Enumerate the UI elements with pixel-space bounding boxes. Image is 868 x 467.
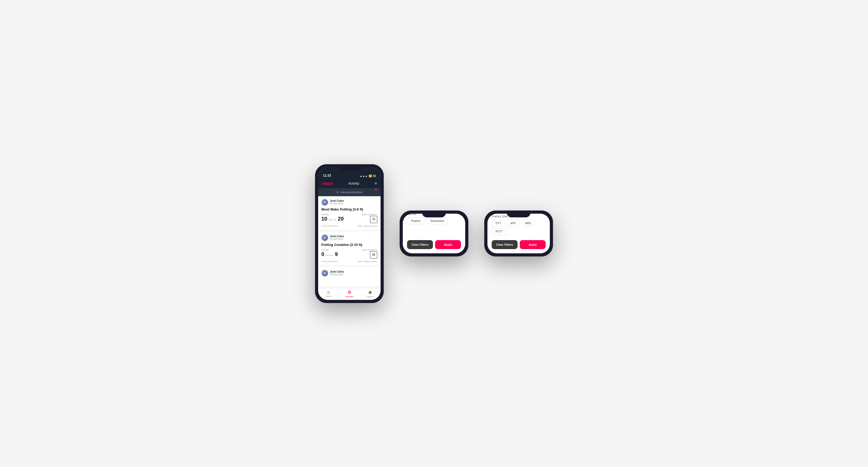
footer-data-2: Data: Clippd Capture bbox=[358, 260, 377, 262]
home-icon: ⌂ bbox=[328, 290, 330, 294]
footer-info-text-2: Test Information bbox=[323, 260, 338, 262]
scene: 11:33 ▲▲▲ 🛜 53 clippd Activity ≡ ⚙ Viewi… bbox=[299, 148, 569, 319]
score-label-1: Score bbox=[321, 213, 344, 216]
tab-home[interactable]: ⌂ Home bbox=[318, 290, 339, 298]
activity-title-1: Must Make Putting (3-6 ft) bbox=[321, 207, 377, 211]
nav-bar-1: clippd Activity ≡ bbox=[318, 179, 380, 188]
avatar-3: JC bbox=[321, 270, 328, 277]
activities-icon: ♻ bbox=[347, 290, 351, 295]
capture-icon: ⊕ bbox=[368, 290, 372, 295]
viewing-text-1: Viewing Activities bbox=[340, 191, 362, 194]
out-of-1: OUT OF bbox=[329, 219, 336, 221]
footer-info-text-1: Test Information bbox=[323, 225, 338, 227]
shots-value-2: 9 bbox=[335, 251, 338, 257]
phone-3-screen: 11:33 53 clippd Activity ≡ ⚙ Viewing Act… bbox=[488, 214, 550, 253]
filter-actions-3: Clear Filters Apply bbox=[492, 240, 546, 249]
more-btn-1[interactable]: ··· bbox=[374, 200, 377, 204]
info-icon-1: ℹ bbox=[321, 225, 322, 227]
footer-data-1: Data: Clippd Capture bbox=[358, 225, 377, 227]
battery-icon: 53 bbox=[373, 175, 376, 178]
wifi-icon: 🛜 bbox=[369, 175, 372, 178]
modal-overlay-2: Filter ✕ Show Rounds Practice Drills Rou… bbox=[403, 214, 465, 253]
more-btn-2[interactable]: ··· bbox=[374, 236, 377, 240]
notch-1 bbox=[338, 164, 361, 171]
avatar-2: JC bbox=[321, 234, 328, 241]
shot-quality-badge-2: 45 bbox=[370, 251, 377, 259]
activity-card-3[interactable]: JC Josh Coles 28 Feb 2023 ··· bbox=[318, 267, 380, 286]
phone-2: 11:33 53 clippd Activity ≡ ⚙ Viewing Act… bbox=[400, 211, 468, 256]
apply-button-3[interactable]: Apply bbox=[520, 240, 546, 249]
user-date-1: 28 Feb 2023 bbox=[330, 202, 344, 205]
chip-putt-3[interactable]: PUTT bbox=[492, 228, 506, 235]
rounds-chips-2: Practice Tournament bbox=[407, 218, 461, 224]
sq-label-2: Shot Quality bbox=[362, 249, 377, 251]
notification-dot-1 bbox=[375, 188, 377, 190]
activity-feed-1: JC Josh Coles 28 Feb 2023 ··· Must Make … bbox=[318, 196, 380, 288]
phone-2-screen: 11:33 53 clippd Activity ≡ ⚙ Viewing Act… bbox=[403, 214, 465, 253]
shots-value-1: 20 bbox=[338, 216, 344, 222]
chip-ott-3[interactable]: OTT bbox=[492, 220, 505, 227]
activity-title-2: Putting Combine (3-15 ft) bbox=[321, 243, 377, 247]
status-time-1: 11:33 bbox=[323, 174, 331, 178]
filter-sheet-2: Filter ✕ Show Rounds Practice Drills Rou… bbox=[403, 214, 465, 253]
menu-icon-1[interactable]: ≡ bbox=[375, 181, 377, 185]
more-btn-3[interactable]: ··· bbox=[374, 271, 377, 275]
score-value-1: 10 bbox=[321, 216, 327, 222]
clear-filters-button-2[interactable]: Clear Filters bbox=[407, 240, 433, 249]
signal-icon: ▲▲▲ bbox=[360, 175, 368, 178]
nav-title-1: Activity bbox=[348, 181, 359, 185]
modal-overlay-3: Filter ✕ Show Rounds Practice Drills Pra… bbox=[488, 214, 550, 253]
user-date-2: 28 Feb 2023 bbox=[330, 238, 344, 240]
chip-tournament-2[interactable]: Tournament bbox=[426, 218, 448, 224]
notch-2 bbox=[422, 211, 446, 217]
logo-1: clippd bbox=[322, 181, 333, 186]
user-name-2: Josh Coles bbox=[330, 235, 344, 238]
tab-bar-1: ⌂ Home ♻ Activities ⊕ Capture bbox=[318, 288, 380, 300]
filter-actions-2: Clear Filters Apply bbox=[407, 240, 461, 249]
info-icon-2: ℹ bbox=[321, 260, 322, 262]
viewing-bar-1[interactable]: ⚙ Viewing Activities bbox=[318, 188, 380, 196]
phone-1: 11:33 ▲▲▲ 🛜 53 clippd Activity ≡ ⚙ Viewi… bbox=[315, 164, 384, 303]
apply-button-2[interactable]: Apply bbox=[435, 240, 461, 249]
tab-activities[interactable]: ♻ Activities bbox=[339, 290, 360, 298]
out-of-2: OUT OF bbox=[326, 254, 334, 256]
phone-3: 11:33 53 clippd Activity ≡ ⚙ Viewing Act… bbox=[484, 211, 553, 256]
tab-capture-label: Capture bbox=[366, 295, 374, 298]
user-name-1: Josh Coles bbox=[330, 199, 344, 202]
clear-filters-button-3[interactable]: Clear Filters bbox=[492, 240, 518, 249]
tab-home-label: Home bbox=[326, 295, 331, 298]
drill-chips-3: OTT APP ARG PUTT bbox=[492, 220, 546, 235]
tab-capture[interactable]: ⊕ Capture bbox=[360, 290, 380, 298]
filter-sheet-3: Filter ✕ Show Rounds Practice Drills Pra… bbox=[488, 214, 550, 253]
score-value-2: 0 bbox=[321, 251, 324, 257]
chip-app-3[interactable]: APP bbox=[506, 220, 520, 227]
avatar-1: JC bbox=[321, 199, 328, 206]
chip-arg-3[interactable]: ARG bbox=[521, 220, 535, 227]
score-label-2: Score bbox=[321, 249, 338, 251]
sq-label-1: Shot Quality bbox=[362, 213, 377, 216]
shot-quality-badge-1: 75 bbox=[370, 216, 377, 223]
status-icons-1: ▲▲▲ 🛜 53 bbox=[360, 175, 376, 178]
phone-1-screen: 11:33 ▲▲▲ 🛜 53 clippd Activity ≡ ⚙ Viewi… bbox=[318, 167, 380, 300]
chip-practice-2[interactable]: Practice bbox=[407, 218, 425, 224]
activity-card-2[interactable]: JC Josh Coles 28 Feb 2023 ··· Putting Co… bbox=[318, 232, 380, 266]
user-name-3: Josh Coles bbox=[330, 270, 344, 273]
notch-3 bbox=[507, 211, 530, 217]
filter-icon-1: ⚙ bbox=[336, 191, 339, 193]
activity-card-1[interactable]: JC Josh Coles 28 Feb 2023 ··· Must Make … bbox=[318, 196, 380, 230]
tab-activities-label: Activities bbox=[345, 295, 353, 298]
user-date-3: 28 Feb 2023 bbox=[330, 273, 344, 276]
